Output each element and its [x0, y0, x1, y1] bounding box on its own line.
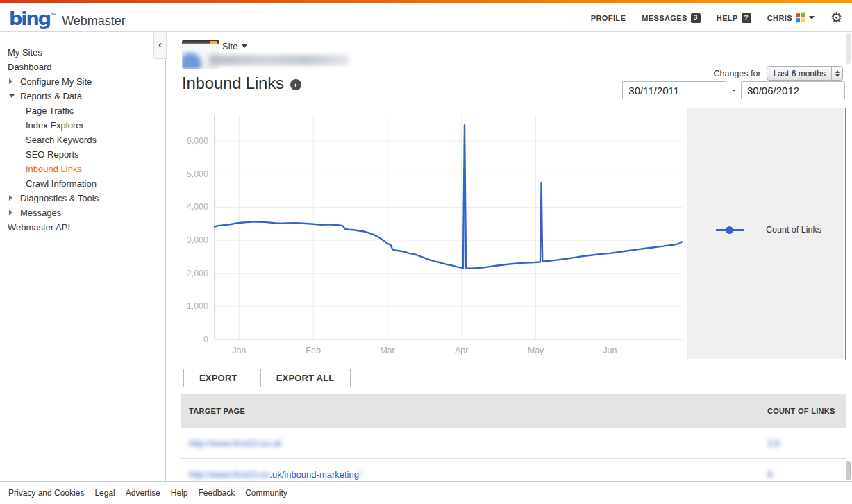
- svg-text:May: May: [528, 346, 544, 355]
- date-range-separator: -: [732, 85, 735, 96]
- sidebar-collapse-button[interactable]: ‹: [153, 32, 167, 59]
- page-title: Inbound Links: [182, 74, 284, 93]
- sidebar-item-label: My Sites: [0, 47, 42, 58]
- date-to-input[interactable]: [741, 81, 845, 99]
- user-avatar-icon: [796, 12, 805, 23]
- nav-messages[interactable]: MESSAGES 3: [642, 13, 701, 23]
- site-selector[interactable]: Site: [222, 41, 247, 51]
- svg-text:4,000: 4,000: [187, 202, 208, 212]
- svg-text:Jun: Jun: [603, 346, 617, 355]
- column-header-target-page: TARGET PAGE: [181, 407, 767, 415]
- count-of-links-cell: 2,5: [767, 438, 846, 448]
- nav-messages-label: MESSAGES: [642, 14, 687, 22]
- sidebar-item-my-sites[interactable]: My Sites: [0, 45, 165, 60]
- nav-help[interactable]: HELP ?: [717, 13, 751, 23]
- footer-link-community[interactable]: Community: [245, 488, 287, 498]
- inbound-links-table: TARGET PAGE COUNT OF LINKS http://www.fi…: [181, 394, 846, 490]
- chevron-down-icon: [809, 16, 815, 19]
- bing-webmaster-logo[interactable]: bing ™ Webmaster: [9, 8, 126, 29]
- sidebar-item-label: Page Traffic: [0, 106, 74, 116]
- count-of-links-value[interactable]: 2,5: [767, 438, 780, 448]
- footer-link-feedback[interactable]: Feedback: [198, 488, 235, 498]
- footer-link-help[interactable]: Help: [171, 488, 188, 498]
- scrollbar-thumb[interactable]: [846, 33, 851, 64]
- sidebar-item-inbound-links[interactable]: Inbound Links: [0, 162, 165, 176]
- svg-text:6,000: 6,000: [187, 136, 208, 146]
- svg-text:Mar: Mar: [380, 346, 395, 355]
- sidebar-item-diagnostics-tools[interactable]: Diagnostics & Tools: [0, 191, 165, 205]
- sidebar-item-index-explorer[interactable]: Index Explorer: [0, 118, 165, 133]
- sidebar-item-page-traffic[interactable]: Page Traffic: [0, 103, 165, 118]
- sidebar-item-messages[interactable]: Messages: [0, 205, 165, 220]
- svg-text:3,000: 3,000: [187, 235, 208, 245]
- header-nav: PROFILE MESSAGES 3 HELP ? CHRIS ⚙: [591, 3, 842, 32]
- sidebar-item-label: Dashboard: [0, 62, 52, 72]
- legend-item-count-of-links: Count of Links: [716, 225, 844, 235]
- redacted-text: /: [359, 469, 362, 480]
- line-chart-svg: 01,0002,0003,0004,0005,0006,000JanFebMar…: [181, 108, 687, 359]
- site-url-redacted: [210, 55, 349, 65]
- footer: Privacy and CookiesLegalAdvertiseHelpFee…: [0, 481, 852, 504]
- line-chart-plot: 01,0002,0003,0004,0005,0006,000JanFebMar…: [181, 108, 687, 359]
- sidebar-item-seo-reports[interactable]: SEO Reports: [0, 147, 165, 162]
- chevron-down-icon: [242, 44, 247, 48]
- site-selector-label: Site: [222, 41, 237, 51]
- period-select[interactable]: Last 6 months: [767, 66, 843, 81]
- date-from-input[interactable]: [622, 81, 726, 99]
- sidebar-item-label: Index Explorer: [0, 120, 84, 131]
- sidebar-item-label: Webmaster API: [0, 222, 70, 233]
- inbound-links-chart: 01,0002,0003,0004,0005,0006,000JanFebMar…: [181, 108, 846, 360]
- sidebar-item-reports-data[interactable]: Reports & Data: [0, 89, 165, 103]
- table-row: http://www.first10.co.uk2,5: [181, 428, 846, 459]
- changes-for-label: Changes for: [714, 69, 761, 78]
- footer-link-privacy-and-cookies[interactable]: Privacy and Cookies: [8, 488, 84, 498]
- count-of-links-cell: 9: [767, 469, 846, 480]
- sidebar-nav: My SitesDashboardConfigure My SiteReport…: [0, 32, 166, 481]
- svg-text:Feb: Feb: [306, 346, 321, 355]
- sidebar-item-label: Search Keywords: [0, 135, 97, 145]
- nav-profile[interactable]: PROFILE: [591, 14, 626, 22]
- target-page-link[interactable]: http://www.first10.co.uk: [189, 438, 282, 448]
- nav-user-menu[interactable]: CHRIS: [767, 13, 815, 23]
- link-text: .uk/inbound-marketing: [269, 469, 359, 480]
- scrollbar-thumb[interactable]: [846, 461, 851, 480]
- nav-help-label: HELP: [717, 14, 738, 22]
- sidebar-item-crawl-information[interactable]: Crawl Information: [0, 176, 165, 191]
- export-button[interactable]: EXPORT: [183, 369, 253, 387]
- bing-logo-text: bing: [9, 8, 50, 29]
- sidebar-item-label: Inbound Links: [0, 164, 82, 174]
- period-select-value: Last 6 months: [767, 69, 831, 78]
- svg-text:Apr: Apr: [455, 346, 468, 355]
- svg-text:2,000: 2,000: [187, 269, 208, 278]
- footer-link-advertise[interactable]: Advertise: [126, 488, 160, 498]
- column-header-count-of-links: COUNT OF LINKS: [767, 406, 846, 417]
- sidebar-item-search-keywords[interactable]: Search Keywords: [0, 133, 165, 147]
- sidebar-item-configure-my-site[interactable]: Configure My Site: [0, 74, 165, 89]
- footer-link-legal[interactable]: Legal: [94, 488, 115, 498]
- sidebar-item-label: Crawl Information: [0, 178, 97, 189]
- chevron-right-icon[interactable]: [9, 78, 12, 84]
- info-icon[interactable]: i: [290, 79, 301, 90]
- svg-text:5,000: 5,000: [187, 169, 208, 179]
- chevron-down-icon[interactable]: [9, 94, 15, 98]
- product-name: Webmaster: [62, 14, 126, 28]
- target-page-link[interactable]: http://www.first10.co.uk/inbound-marketi…: [189, 469, 362, 480]
- help-question-badge: ?: [742, 13, 751, 23]
- main-content: Site Inbound Links i Changes for Last 6 …: [167, 32, 852, 481]
- chevron-right-icon[interactable]: [9, 210, 12, 215]
- trademark-symbol: ™: [51, 12, 56, 17]
- count-of-links-value[interactable]: 9: [767, 469, 772, 480]
- export-all-button[interactable]: EXPORT ALL: [260, 369, 351, 387]
- redacted-text: http://www.first10.co: [189, 469, 269, 480]
- app-header: bing ™ Webmaster PROFILE MESSAGES 3 HELP…: [0, 3, 852, 32]
- settings-gear-icon[interactable]: ⚙: [830, 11, 842, 24]
- sidebar-item-label: Configure My Site: [0, 76, 92, 87]
- chevron-right-icon[interactable]: [9, 195, 12, 201]
- nav-user-label: CHRIS: [767, 14, 792, 22]
- target-page-cell: http://www.first10.co.uk: [181, 438, 767, 448]
- sidebar-item-dashboard[interactable]: Dashboard: [0, 60, 165, 74]
- svg-text:Jan: Jan: [232, 346, 246, 355]
- sidebar-item-webmaster-api[interactable]: Webmaster API: [0, 220, 165, 235]
- redacted-text: http://www.first10.co.uk: [189, 438, 282, 448]
- svg-text:0: 0: [203, 335, 208, 344]
